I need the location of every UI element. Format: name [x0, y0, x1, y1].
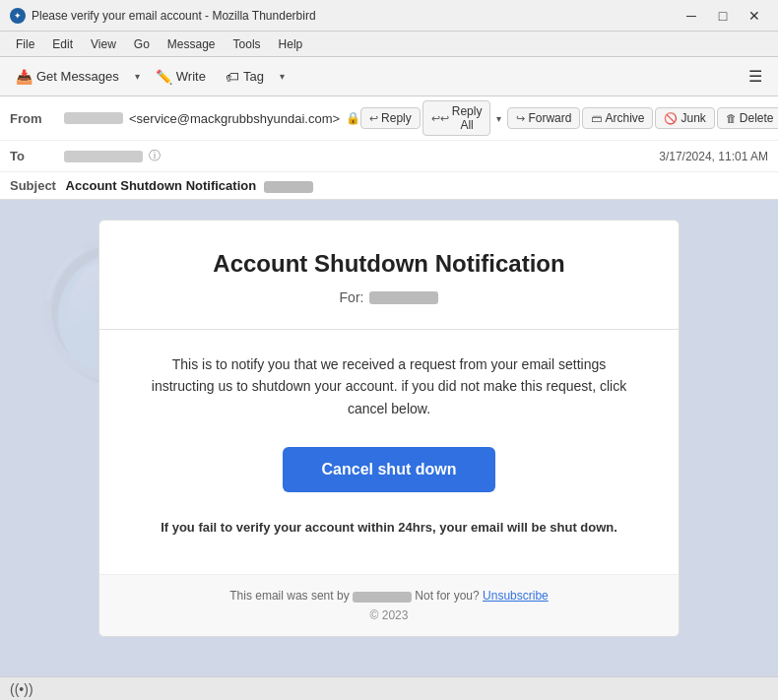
- menu-tools[interactable]: Tools: [226, 35, 269, 53]
- get-messages-button[interactable]: 📥 Get Messages: [8, 65, 127, 89]
- copyright: © 2023: [139, 608, 639, 622]
- card-warning: If you fail to verify your account withi…: [139, 520, 639, 535]
- get-messages-dropdown[interactable]: ▾: [131, 67, 144, 86]
- card-message: This is to notify you that we received a…: [139, 353, 639, 419]
- menu-bar: File Edit View Go Message Tools Help: [0, 32, 778, 57]
- subject-row: Subject Account Shutdown Notification: [0, 172, 778, 199]
- card-for: For:: [139, 289, 639, 305]
- minimize-button[interactable]: ─: [678, 6, 705, 26]
- get-messages-label: Get Messages: [36, 69, 119, 84]
- email-body-area: 🔍 PHISHING Account Shutdown Notification…: [0, 200, 778, 676]
- sender-name-blurred: [64, 112, 123, 124]
- delete-label: Delete: [740, 111, 774, 125]
- cancel-shutdown-button[interactable]: Cancel shut down: [283, 447, 496, 492]
- archive-label: Archive: [605, 111, 644, 125]
- from-row: From <service@mackgrubbshyundai.com> 🔒 ↩…: [0, 96, 778, 141]
- for-email-blurred: [369, 291, 438, 304]
- status-bar: ((•)): [0, 676, 778, 700]
- maximize-button[interactable]: □: [709, 6, 737, 26]
- junk-button[interactable]: 🚫 Junk: [655, 107, 714, 129]
- verify-icon: 🔒: [346, 111, 360, 125]
- menu-view[interactable]: View: [83, 35, 124, 53]
- footer-sender-blurred: [353, 592, 412, 603]
- email-datetime: 3/17/2024, 11:01 AM: [659, 150, 768, 163]
- reply-all-button[interactable]: ↩↩ Reply All: [422, 100, 491, 136]
- archive-button[interactable]: 🗃 Archive: [582, 107, 653, 129]
- menu-help[interactable]: Help: [271, 35, 311, 53]
- subject-text: Account Shutdown Notification: [66, 178, 257, 193]
- subject-label: Subject: [10, 178, 56, 193]
- tag-label: Tag: [243, 69, 264, 84]
- reply-icon: ↩: [369, 112, 378, 125]
- footer-sent-by: This email was sent by Not for you? Unsu…: [139, 589, 639, 603]
- card-title: Account Shutdown Notification: [139, 250, 639, 278]
- tag-dropdown[interactable]: ▾: [276, 67, 289, 86]
- card-divider: [99, 329, 679, 330]
- reply-label: Reply: [381, 111, 412, 125]
- write-label: Write: [176, 69, 206, 84]
- menu-go[interactable]: Go: [126, 35, 158, 53]
- footer-prefix: This email was sent by: [229, 589, 349, 603]
- junk-label: Junk: [681, 111, 705, 125]
- reply-button[interactable]: ↩ Reply: [360, 107, 421, 129]
- hamburger-menu[interactable]: ☰: [741, 63, 770, 90]
- menu-edit[interactable]: Edit: [44, 35, 81, 53]
- subject-blurred: [264, 181, 313, 193]
- from-value: <service@mackgrubbshyundai.com> 🔒: [64, 111, 360, 126]
- to-row: To ⓘ 3/17/2024, 11:01 AM: [0, 141, 778, 172]
- toolbar: 📥 Get Messages ▾ ✏️ Write 🏷 Tag ▾ ☰: [0, 57, 778, 96]
- footer-not-for: Not for you?: [415, 589, 479, 603]
- email-actions: ↩ Reply ↩↩ Reply All ▾ ↪ Forward 🗃 Archi…: [360, 100, 778, 136]
- to-address-blurred: [64, 151, 143, 162]
- junk-icon: 🚫: [664, 112, 678, 125]
- archive-icon: 🗃: [591, 112, 602, 124]
- email-card-body: Account Shutdown Notification For: This …: [99, 221, 679, 574]
- for-label: For:: [340, 289, 364, 305]
- title-bar-controls: ─ □ ✕: [678, 6, 768, 26]
- menu-file[interactable]: File: [8, 35, 42, 53]
- reply-all-dropdown[interactable]: ▾: [492, 109, 505, 128]
- email-card: Account Shutdown Notification For: This …: [98, 220, 680, 637]
- tag-icon: 🏷: [226, 69, 239, 85]
- sender-email: <service@mackgrubbshyundai.com>: [129, 111, 340, 126]
- title-bar-left: ✦ Please verify your email account - Moz…: [10, 8, 316, 24]
- forward-icon: ↪: [516, 112, 525, 125]
- delete-button[interactable]: 🗑 Delete: [717, 107, 778, 129]
- delete-icon: 🗑: [726, 112, 737, 124]
- window-title: Please verify your email account - Mozil…: [32, 9, 316, 23]
- reply-all-label: Reply All: [452, 104, 483, 132]
- write-icon: ✏️: [156, 69, 172, 85]
- get-messages-icon: 📥: [16, 69, 32, 85]
- forward-label: Forward: [528, 111, 571, 125]
- reply-all-icon: ↩↩: [431, 112, 449, 125]
- to-verify-icon: ⓘ: [149, 148, 161, 164]
- unsubscribe-link[interactable]: Unsubscribe: [483, 589, 549, 603]
- card-footer: This email was sent by Not for you? Unsu…: [99, 574, 679, 636]
- email-header: From <service@mackgrubbshyundai.com> 🔒 ↩…: [0, 96, 778, 200]
- to-value: ⓘ: [64, 148, 651, 164]
- forward-button[interactable]: ↪ Forward: [507, 107, 580, 129]
- tag-button[interactable]: 🏷 Tag: [218, 65, 272, 89]
- wifi-icon: ((•)): [10, 681, 33, 697]
- title-bar: ✦ Please verify your email account - Moz…: [0, 0, 778, 32]
- menu-message[interactable]: Message: [160, 35, 224, 53]
- write-button[interactable]: ✏️ Write: [148, 65, 214, 89]
- close-button[interactable]: ✕: [741, 6, 768, 26]
- app-icon: ✦: [10, 8, 26, 24]
- to-label: To: [10, 149, 64, 163]
- from-label: From: [10, 111, 64, 126]
